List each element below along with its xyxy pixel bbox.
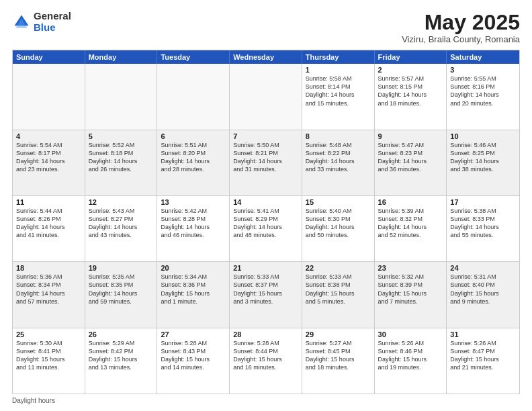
- calendar-cell: [13, 64, 85, 129]
- day-number: 11: [16, 198, 81, 206]
- cell-info: Sunrise: 5:55 AMSunset: 8:16 PMDaylight:…: [450, 75, 516, 107]
- logo-icon: [12, 13, 31, 32]
- calendar-cell: [157, 64, 230, 129]
- calendar-cell: 16Sunrise: 5:39 AMSunset: 8:32 PMDayligh…: [375, 196, 447, 261]
- day-number: 23: [378, 264, 443, 272]
- calendar-cell: 7Sunrise: 5:50 AMSunset: 8:21 PMDaylight…: [230, 130, 302, 195]
- day-number: 3: [450, 66, 516, 74]
- cell-info: Sunrise: 5:51 AMSunset: 8:20 PMDaylight:…: [161, 141, 226, 174]
- day-number: 26: [89, 330, 154, 338]
- calendar-cell: 4Sunrise: 5:54 AMSunset: 8:17 PMDaylight…: [13, 130, 85, 195]
- day-number: 1: [306, 66, 371, 74]
- day-number: 24: [450, 264, 516, 272]
- header-day: Wednesday: [230, 50, 302, 64]
- day-number: 2: [378, 66, 443, 74]
- calendar-cell: 15Sunrise: 5:40 AMSunset: 8:30 PMDayligh…: [302, 196, 375, 261]
- calendar-cell: 18Sunrise: 5:36 AMSunset: 8:34 PMDayligh…: [13, 262, 85, 327]
- day-number: 9: [378, 132, 443, 140]
- calendar-cell: 2Sunrise: 5:57 AMSunset: 8:15 PMDaylight…: [375, 64, 447, 129]
- cell-info: Sunrise: 5:28 AMSunset: 8:44 PMDaylight:…: [233, 339, 298, 372]
- cell-info: Sunrise: 5:46 AMSunset: 8:25 PMDaylight:…: [450, 141, 516, 174]
- cell-info: Sunrise: 5:39 AMSunset: 8:32 PMDaylight:…: [378, 207, 443, 240]
- calendar-cell: 26Sunrise: 5:29 AMSunset: 8:42 PMDayligh…: [85, 328, 158, 394]
- day-number: 5: [89, 132, 154, 140]
- calendar-cell: 23Sunrise: 5:32 AMSunset: 8:39 PMDayligh…: [375, 262, 447, 327]
- cell-info: Sunrise: 5:38 AMSunset: 8:33 PMDaylight:…: [450, 207, 516, 240]
- day-number: 25: [16, 330, 81, 338]
- calendar-cell: 31Sunrise: 5:26 AMSunset: 8:47 PMDayligh…: [447, 328, 519, 394]
- calendar-header: SundayMondayTuesdayWednesdayThursdayFrid…: [13, 50, 519, 64]
- cell-info: Sunrise: 5:32 AMSunset: 8:39 PMDaylight:…: [378, 273, 443, 306]
- logo-general: General: [34, 11, 71, 22]
- calendar-cell: 13Sunrise: 5:42 AMSunset: 8:28 PMDayligh…: [157, 196, 230, 261]
- cell-info: Sunrise: 5:40 AMSunset: 8:30 PMDaylight:…: [306, 207, 371, 240]
- calendar-cell: 20Sunrise: 5:34 AMSunset: 8:36 PMDayligh…: [157, 262, 230, 327]
- cell-info: Sunrise: 5:33 AMSunset: 8:37 PMDaylight:…: [233, 273, 298, 306]
- day-number: 19: [89, 264, 154, 272]
- header-day: Monday: [85, 50, 158, 64]
- calendar-cell: 3Sunrise: 5:55 AMSunset: 8:16 PMDaylight…: [447, 64, 519, 129]
- calendar-row: 1Sunrise: 5:58 AMSunset: 8:14 PMDaylight…: [13, 64, 519, 130]
- day-number: 21: [233, 264, 298, 272]
- day-number: 29: [306, 330, 371, 338]
- calendar-cell: 21Sunrise: 5:33 AMSunset: 8:37 PMDayligh…: [230, 262, 302, 327]
- day-number: 15: [306, 198, 371, 206]
- cell-info: Sunrise: 5:54 AMSunset: 8:17 PMDaylight:…: [16, 141, 81, 174]
- cell-info: Sunrise: 5:34 AMSunset: 8:36 PMDaylight:…: [161, 273, 226, 306]
- cell-info: Sunrise: 5:48 AMSunset: 8:22 PMDaylight:…: [306, 141, 371, 174]
- calendar-cell: 22Sunrise: 5:33 AMSunset: 8:38 PMDayligh…: [302, 262, 375, 327]
- calendar-cell: 29Sunrise: 5:27 AMSunset: 8:45 PMDayligh…: [302, 328, 375, 394]
- header: General Blue May 2025 Viziru, Braila Cou…: [12, 11, 520, 44]
- page: General Blue May 2025 Viziru, Braila Cou…: [0, 0, 532, 411]
- calendar-cell: 27Sunrise: 5:28 AMSunset: 8:43 PMDayligh…: [157, 328, 230, 394]
- logo: General Blue: [12, 11, 71, 33]
- day-number: 30: [378, 330, 443, 338]
- calendar-cell: 30Sunrise: 5:26 AMSunset: 8:46 PMDayligh…: [375, 328, 447, 394]
- cell-info: Sunrise: 5:28 AMSunset: 8:43 PMDaylight:…: [161, 339, 226, 372]
- day-number: 4: [16, 132, 81, 140]
- calendar-cell: 1Sunrise: 5:58 AMSunset: 8:14 PMDaylight…: [302, 64, 375, 129]
- logo-text: General Blue: [34, 11, 71, 33]
- calendar-cell: 24Sunrise: 5:31 AMSunset: 8:40 PMDayligh…: [447, 262, 519, 327]
- cell-info: Sunrise: 5:26 AMSunset: 8:46 PMDaylight:…: [378, 339, 443, 372]
- calendar-cell: 10Sunrise: 5:46 AMSunset: 8:25 PMDayligh…: [447, 130, 519, 195]
- location-title: Viziru, Braila County, Romania: [402, 34, 520, 44]
- header-day: Friday: [375, 50, 447, 64]
- day-number: 6: [161, 132, 226, 140]
- header-day: Sunday: [13, 50, 85, 64]
- calendar-row: 4Sunrise: 5:54 AMSunset: 8:17 PMDaylight…: [13, 130, 519, 196]
- footer-note: Daylight hours: [12, 397, 520, 404]
- day-number: 16: [378, 198, 443, 206]
- day-number: 13: [161, 198, 226, 206]
- cell-info: Sunrise: 5:30 AMSunset: 8:41 PMDaylight:…: [16, 339, 81, 372]
- month-title: May 2025: [402, 11, 520, 34]
- cell-info: Sunrise: 5:31 AMSunset: 8:40 PMDaylight:…: [450, 273, 516, 306]
- cell-info: Sunrise: 5:41 AMSunset: 8:29 PMDaylight:…: [233, 207, 298, 240]
- calendar-body: 1Sunrise: 5:58 AMSunset: 8:14 PMDaylight…: [13, 64, 519, 394]
- calendar-cell: 12Sunrise: 5:43 AMSunset: 8:27 PMDayligh…: [85, 196, 158, 261]
- title-block: May 2025 Viziru, Braila County, Romania: [402, 11, 520, 44]
- calendar-row: 11Sunrise: 5:44 AMSunset: 8:26 PMDayligh…: [13, 196, 519, 262]
- calendar-cell: 19Sunrise: 5:35 AMSunset: 8:35 PMDayligh…: [85, 262, 158, 327]
- header-day: Tuesday: [157, 50, 230, 64]
- header-day: Saturday: [447, 50, 519, 64]
- cell-info: Sunrise: 5:58 AMSunset: 8:14 PMDaylight:…: [306, 75, 371, 107]
- day-number: 7: [233, 132, 298, 140]
- cell-info: Sunrise: 5:35 AMSunset: 8:35 PMDaylight:…: [89, 273, 154, 306]
- cell-info: Sunrise: 5:29 AMSunset: 8:42 PMDaylight:…: [89, 339, 154, 372]
- calendar-cell: [85, 64, 158, 129]
- day-number: 17: [450, 198, 516, 206]
- calendar-cell: 8Sunrise: 5:48 AMSunset: 8:22 PMDaylight…: [302, 130, 375, 195]
- cell-info: Sunrise: 5:43 AMSunset: 8:27 PMDaylight:…: [89, 207, 154, 240]
- day-number: 8: [306, 132, 371, 140]
- calendar-cell: 5Sunrise: 5:52 AMSunset: 8:18 PMDaylight…: [85, 130, 158, 195]
- cell-info: Sunrise: 5:27 AMSunset: 8:45 PMDaylight:…: [306, 339, 371, 372]
- cell-info: Sunrise: 5:47 AMSunset: 8:23 PMDaylight:…: [378, 141, 443, 174]
- cell-info: Sunrise: 5:33 AMSunset: 8:38 PMDaylight:…: [306, 273, 371, 306]
- calendar-cell: 9Sunrise: 5:47 AMSunset: 8:23 PMDaylight…: [375, 130, 447, 195]
- header-day: Thursday: [302, 50, 375, 64]
- day-number: 14: [233, 198, 298, 206]
- cell-info: Sunrise: 5:36 AMSunset: 8:34 PMDaylight:…: [16, 273, 81, 306]
- cell-info: Sunrise: 5:42 AMSunset: 8:28 PMDaylight:…: [161, 207, 226, 240]
- calendar-cell: 11Sunrise: 5:44 AMSunset: 8:26 PMDayligh…: [13, 196, 85, 261]
